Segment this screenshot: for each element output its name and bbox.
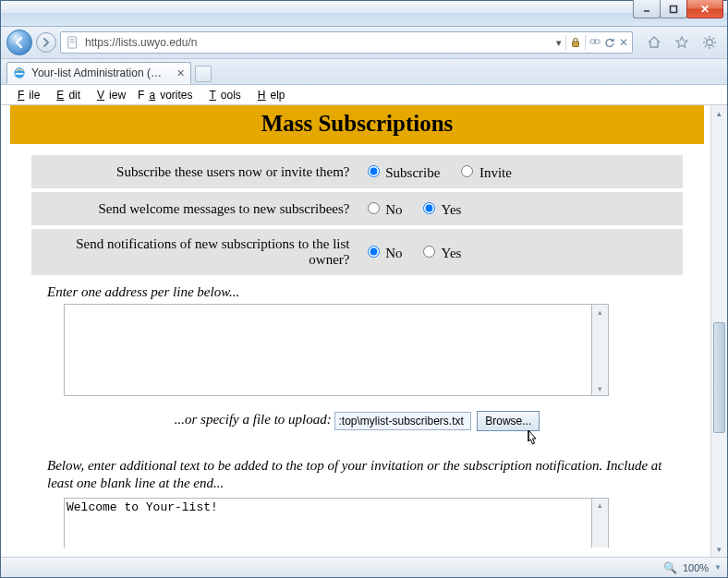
scroll-thumb[interactable]: [713, 322, 725, 433]
maximize-button[interactable]: [660, 0, 687, 18]
scroll-down-icon[interactable]: ▾: [711, 541, 727, 557]
extra-text-textarea[interactable]: [64, 498, 592, 548]
svg-rect-3: [573, 42, 579, 47]
menu-view[interactable]: View: [88, 87, 130, 103]
browser-window: ✕ ▾ ✕: [0, 0, 728, 578]
addresses-textarea[interactable]: [64, 304, 592, 396]
page-scrollbar[interactable]: ▴ ▾: [710, 105, 727, 557]
svg-rect-5: [594, 40, 596, 43]
row-owner-notifications: Send notifications of new subscriptions …: [31, 227, 684, 275]
q2-opt-no[interactable]: No: [363, 202, 403, 217]
q1-opt-invite[interactable]: Invite: [456, 165, 512, 180]
menu-file[interactable]: File: [8, 87, 44, 103]
compat-icon[interactable]: [589, 37, 601, 48]
svg-line-14: [713, 38, 714, 39]
menu-help[interactable]: Help: [249, 87, 290, 103]
menu-edit[interactable]: Edit: [47, 87, 85, 103]
scroll-up-icon[interactable]: ▴: [711, 105, 727, 121]
q2-label: Send welcome messages to new subscribees…: [31, 190, 358, 227]
window-controls: ✕: [634, 0, 723, 18]
minimize-button[interactable]: [633, 0, 661, 18]
q2-opt-yes[interactable]: Yes: [419, 202, 461, 217]
tab-active[interactable]: Your-list Administration (M... ✕: [6, 62, 191, 84]
lock-icon: [570, 37, 581, 48]
new-tab-button[interactable]: [195, 66, 212, 82]
menu-bar: File Edit View Favorites Tools Help: [1, 85, 727, 105]
svg-line-13: [705, 46, 706, 47]
addresses-scrollbar[interactable]: ▴▾: [592, 304, 609, 396]
tab-close-icon[interactable]: ✕: [176, 67, 185, 79]
row-subscribe-or-invite: Subscribe these users now or invite them…: [31, 155, 684, 190]
q1-opt-subscribe[interactable]: Subscribe: [363, 165, 441, 180]
window-titlebar: ✕: [1, 1, 727, 27]
cursor-pointer-icon: [523, 427, 541, 453]
stop-icon[interactable]: ✕: [619, 36, 628, 49]
url-dropdown-icon[interactable]: ▾: [556, 37, 562, 49]
addresses-note: Enter one address per line below...: [47, 284, 704, 300]
upload-note: ...or specify a file to upload:: [175, 412, 332, 427]
content-area: Mass Subscriptions Subscribe these users…: [1, 105, 727, 557]
tab-strip: Your-list Administration (M... ✕: [1, 59, 727, 85]
page-viewport: Mass Subscriptions Subscribe these users…: [10, 105, 704, 548]
svg-line-12: [713, 46, 714, 47]
q3-label: Send notifications of new subscriptions …: [31, 227, 358, 275]
upload-row: ...or specify a file to upload: Browse..…: [10, 411, 704, 431]
toolbar-icons: [646, 34, 718, 51]
q3-opt-no[interactable]: No: [363, 246, 403, 260]
addresses-wrap: ▴▾: [64, 304, 609, 396]
nav-toolbar: ▾ ✕: [1, 27, 727, 59]
extra-text-scrollbar[interactable]: ▴▾: [592, 498, 609, 548]
address-bar[interactable]: ▾ ✕: [60, 31, 633, 54]
svg-point-6: [707, 40, 712, 45]
zoom-icon[interactable]: 🔍: [663, 561, 677, 574]
url-input[interactable]: [83, 35, 552, 50]
q3-opt-yes[interactable]: Yes: [419, 246, 461, 260]
close-button[interactable]: ✕: [686, 0, 723, 18]
page-banner: Mass Subscriptions: [10, 105, 704, 144]
tab-title: Your-list Administration (M...: [31, 66, 167, 79]
back-button[interactable]: [6, 30, 32, 55]
svg-line-11: [705, 38, 706, 39]
menu-tools[interactable]: Tools: [200, 87, 245, 103]
refresh-icon[interactable]: [604, 37, 615, 48]
menu-favorites[interactable]: Favorites: [133, 87, 197, 103]
q1-label: Subscribe these users now or invite them…: [31, 155, 358, 190]
row-welcome-messages: Send welcome messages to new subscribees…: [31, 190, 684, 227]
options-table: Subscribe these users now or invite them…: [31, 155, 684, 275]
extra-text-wrap: ▴▾: [64, 498, 609, 548]
status-bar: 🔍 100% ▼: [1, 557, 727, 577]
ie-icon: [13, 66, 26, 79]
svg-rect-1: [671, 6, 677, 12]
upload-filename-field[interactable]: [334, 412, 471, 430]
zoom-dropdown-icon[interactable]: ▼: [714, 563, 722, 572]
tools-icon[interactable]: [701, 34, 718, 51]
extra-text-note: Below, enter additional text to be added…: [47, 457, 667, 492]
zoom-level: 100%: [683, 562, 709, 573]
home-icon[interactable]: [646, 34, 662, 51]
browse-button[interactable]: Browse...: [477, 411, 540, 431]
page-icon: [67, 36, 79, 49]
page-heading: Mass Subscriptions: [10, 111, 704, 137]
forward-button[interactable]: [36, 32, 56, 53]
favorites-icon[interactable]: [673, 34, 690, 51]
